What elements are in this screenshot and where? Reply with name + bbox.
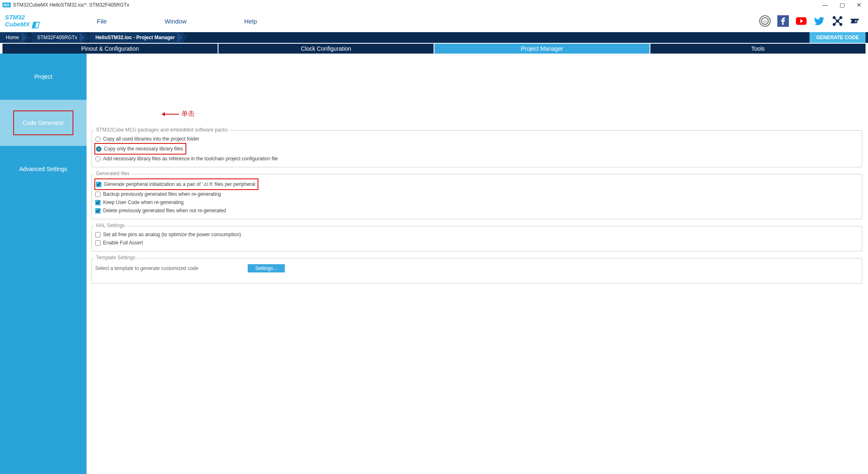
youtube-icon[interactable] [795, 15, 807, 27]
top-menu-bar: STM32 CubeMX ◧ File Window Help 10 57 [0, 10, 868, 32]
svg-text:57: 57 [854, 20, 858, 23]
cube-icon: ◧ [31, 20, 39, 28]
group-generated-files: Generated files Generate peripheral init… [91, 174, 862, 219]
svg-line-12 [834, 21, 838, 24]
opt-copy-all[interactable]: Copy all used libraries into the project… [95, 135, 857, 143]
main-menu: File Window Help [97, 18, 257, 25]
sidebar-item-project[interactable]: Project [0, 54, 87, 100]
opt-analog-pins[interactable]: Set all free pins as analog (to optimize… [95, 230, 857, 239]
opt-backup[interactable]: Backup previously generated files when r… [95, 190, 857, 198]
svg-text:10: 10 [763, 20, 767, 23]
window-minimize-icon[interactable]: — [822, 2, 828, 8]
group-title-template: Template Settings [94, 255, 137, 260]
sidebar-item-code-generator[interactable]: Code Generator [0, 100, 87, 146]
opt-add-reference[interactable]: Add necessary library files as reference… [95, 155, 857, 163]
social-icons: 10 57 [759, 15, 861, 27]
menu-window[interactable]: Window [164, 18, 186, 25]
facebook-icon[interactable] [777, 15, 789, 27]
checkbox-full-assert[interactable] [95, 240, 101, 246]
window-close-icon[interactable]: ✕ [856, 2, 861, 8]
window-restore-icon[interactable]: ▢ [840, 2, 845, 8]
checkbox-keep-user[interactable] [95, 200, 101, 205]
tab-tools[interactable]: Tools [650, 44, 866, 54]
radio-add-reference[interactable] [95, 156, 101, 162]
network-icon[interactable] [832, 15, 843, 27]
content-area: 单击 STM32Cube MCU packages and embedded s… [87, 54, 868, 474]
group-title-hal: HAL Settings [94, 223, 127, 228]
main-tabs: Pinout & Configuration Clock Configurati… [0, 44, 868, 54]
window-title: STM32CubeMX HelloSTM32.ioc*: STM32F405RG… [13, 2, 129, 8]
checkbox-backup[interactable] [95, 192, 101, 197]
checkbox-delete-prev[interactable] [95, 208, 101, 214]
menu-file[interactable]: File [97, 18, 107, 25]
sidebar: Project Code Generator Advanced Settings [0, 54, 87, 474]
tab-project-manager[interactable]: Project Manager [434, 44, 650, 54]
radio-copy-necessary[interactable] [96, 146, 101, 152]
group-template-settings: Template Settings Select a template to g… [91, 258, 862, 284]
logo-line2: CubeMX ◧ [5, 20, 39, 28]
group-title-packages: STM32Cube MCU packages and embedded soft… [94, 127, 230, 133]
svg-line-13 [838, 21, 841, 24]
opt-full-assert[interactable]: Enable Full Assert [95, 239, 857, 247]
template-desc: Select a template to generate customized… [95, 265, 198, 271]
group-mcu-packages: STM32Cube MCU packages and embedded soft… [91, 130, 862, 167]
radio-copy-all[interactable] [95, 136, 101, 142]
tab-pinout[interactable]: Pinout & Configuration [2, 44, 218, 54]
template-settings-button[interactable]: Settings... [248, 264, 284, 272]
generate-code-button[interactable]: GENERATE CODE [809, 32, 866, 43]
svg-line-10 [834, 18, 838, 21]
opt-copy-necessary[interactable]: Copy only the necessary library files [96, 145, 183, 153]
window-controls: — ▢ ✕ [822, 2, 866, 8]
checkbox-analog-pins[interactable] [95, 232, 101, 237]
opt-delete-prev[interactable]: Delete previously generated files when n… [95, 206, 857, 215]
breadcrumb: Home STM32F405RGTx HelloSTM32.ioc - Proj… [0, 32, 868, 43]
logo: STM32 CubeMX ◧ [5, 14, 39, 28]
breadcrumb-project[interactable]: HelloSTM32.ioc - Project Manager [89, 32, 182, 43]
app-badge: MX [2, 2, 11, 7]
anniversary-icon[interactable]: 10 [759, 15, 771, 27]
st-logo-icon[interactable]: 57 [850, 15, 861, 27]
logo-line1: STM32 [5, 14, 39, 20]
group-title-generated: Generated files [94, 171, 131, 176]
svg-line-11 [838, 18, 841, 21]
breadcrumb-chip[interactable]: STM32F405RGTx [31, 32, 84, 43]
annotation-redbox-copy-necessary: Copy only the necessary library files [94, 143, 186, 155]
sidebar-item-advanced[interactable]: Advanced Settings [0, 146, 87, 192]
twitter-icon[interactable] [814, 15, 825, 27]
group-hal-settings: HAL Settings Set all free pins as analog… [91, 226, 862, 251]
tab-clock[interactable]: Clock Configuration [218, 44, 434, 54]
menu-help[interactable]: Help [244, 18, 257, 25]
opt-pair-files[interactable]: Generate peripheral initialization as a … [96, 180, 255, 188]
checkbox-pair-files[interactable] [96, 182, 101, 187]
annotation-redbox-pair-files: Generate peripheral initialization as a … [94, 178, 258, 190]
titlebar: MX STM32CubeMX HelloSTM32.ioc*: STM32F40… [0, 0, 868, 10]
opt-keep-user[interactable]: Keep User Code when re-generating [95, 198, 857, 206]
